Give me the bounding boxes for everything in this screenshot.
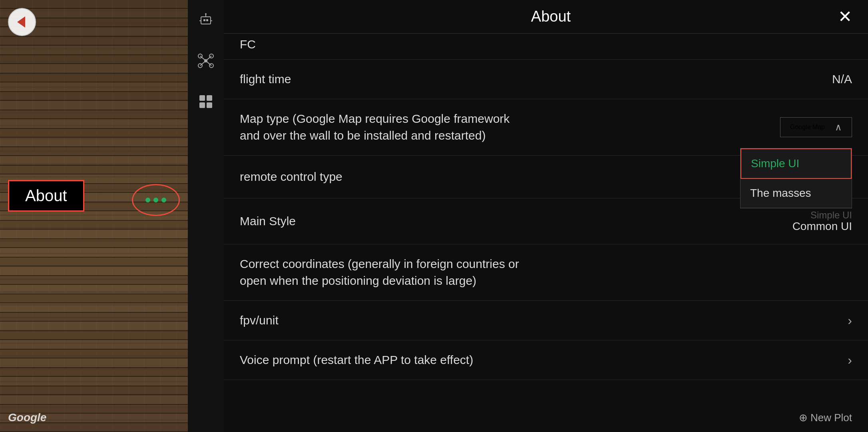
svg-rect-18 <box>199 102 205 108</box>
map-area: About Google <box>0 0 188 432</box>
dot-2 <box>153 198 158 202</box>
voice-arrow-icon[interactable]: › <box>848 353 852 368</box>
about-label-box: About <box>8 180 84 212</box>
more-options-circle[interactable] <box>132 184 180 216</box>
about-header-title: About <box>264 8 838 25</box>
flight-time-value: N/A <box>832 72 852 86</box>
dropdown-item-simple-ui[interactable]: Simple UI <box>741 148 852 179</box>
svg-point-4 <box>205 13 207 15</box>
about-label: About <box>25 187 67 204</box>
map-type-dropdown[interactable]: Google Map ∧ <box>780 117 852 137</box>
sidebar-icon-drone[interactable] <box>197 52 215 70</box>
svg-rect-1 <box>203 19 205 21</box>
common-ui-label: Common UI <box>792 220 852 233</box>
rc-type-label: remote control type <box>240 168 520 185</box>
svg-rect-19 <box>207 102 212 108</box>
setting-row-fpv: fpv/unit › <box>224 301 868 340</box>
main-style-dropdown-overlay: Simple UI The masses <box>740 148 852 208</box>
map-type-value: Google Map <box>790 124 825 131</box>
simple-ui-faded-label: Simple UI <box>810 210 852 221</box>
voice-label: Voice prompt (restart the APP to take ef… <box>240 352 520 368</box>
setting-row-voice: Voice prompt (restart the APP to take ef… <box>224 340 868 380</box>
partial-label-fc: FC <box>240 38 256 51</box>
new-plot-row: ⊕ New Plot <box>224 404 868 432</box>
svg-rect-0 <box>201 17 211 24</box>
sidebar-icon-robot[interactable] <box>198 12 214 28</box>
svg-rect-17 <box>207 95 212 101</box>
map-stone-rows <box>0 0 188 432</box>
setting-row-coordinates: Correct coordinates (generally in foreig… <box>224 244 868 301</box>
back-arrow-icon <box>17 16 25 28</box>
svg-rect-16 <box>199 95 205 101</box>
google-watermark: Google <box>8 411 46 424</box>
setting-row-map-type: Map type (Google Map requires Google fra… <box>224 99 868 156</box>
partial-row-fc: FC <box>224 34 868 60</box>
fpv-label: fpv/unit <box>240 312 520 329</box>
main-style-label: Main Style <box>240 213 520 230</box>
new-plot-label[interactable]: ⊕ New Plot <box>799 412 852 424</box>
dropdown-item-the-masses[interactable]: The masses <box>741 179 852 208</box>
back-button[interactable] <box>8 8 36 36</box>
sidebar-icon-grid[interactable] <box>198 94 214 110</box>
main-panel: About ✕ FC flight time N/A Map type (Goo… <box>224 0 868 432</box>
dot-1 <box>145 198 150 202</box>
coordinates-label: Correct coordinates (generally in foreig… <box>240 256 520 289</box>
close-button[interactable]: ✕ <box>838 8 852 25</box>
svg-point-15 <box>204 59 207 62</box>
map-type-chevron-icon: ∧ <box>835 122 842 133</box>
fpv-arrow-icon[interactable]: › <box>848 313 852 328</box>
main-style-value-area: Simple UI Common UI <box>792 210 852 233</box>
sidebar <box>188 0 224 432</box>
dot-3 <box>161 198 166 202</box>
map-type-label: Map type (Google Map requires Google fra… <box>240 110 520 144</box>
settings-content: flight time N/A Map type (Google Map req… <box>224 60 868 404</box>
about-header: About ✕ <box>224 0 868 34</box>
setting-row-flight-time: flight time N/A <box>224 60 868 99</box>
svg-rect-2 <box>206 19 208 21</box>
flight-time-label: flight time <box>240 71 520 88</box>
